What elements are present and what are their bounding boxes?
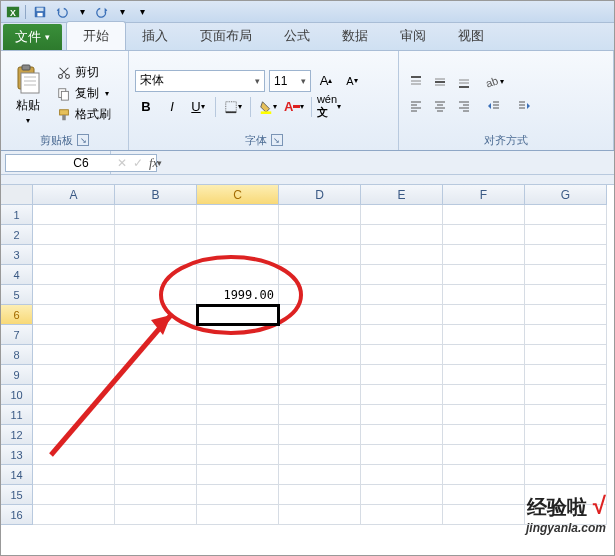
cell[interactable]: [361, 225, 443, 245]
column-header[interactable]: F: [443, 185, 525, 205]
cell[interactable]: [115, 385, 197, 405]
fill-color-button[interactable]: ▾: [257, 96, 279, 118]
cell[interactable]: [279, 405, 361, 425]
cell[interactable]: [197, 265, 279, 285]
italic-button[interactable]: I: [161, 96, 183, 118]
cell[interactable]: [197, 345, 279, 365]
cell[interactable]: [443, 345, 525, 365]
tab-file[interactable]: 文件 ▾: [3, 24, 62, 50]
cell[interactable]: [525, 285, 607, 305]
cell[interactable]: [279, 245, 361, 265]
align-top-button[interactable]: [405, 71, 427, 93]
cell[interactable]: [525, 225, 607, 245]
cell[interactable]: [279, 445, 361, 465]
cell[interactable]: [361, 305, 443, 325]
column-header[interactable]: E: [361, 185, 443, 205]
cell[interactable]: [33, 205, 115, 225]
cell[interactable]: [115, 365, 197, 385]
cell[interactable]: [197, 325, 279, 345]
tab-view[interactable]: 视图: [442, 22, 500, 50]
cell[interactable]: [443, 505, 525, 525]
increase-font-button[interactable]: A▴: [315, 70, 337, 92]
cell[interactable]: [525, 345, 607, 365]
cell[interactable]: [115, 405, 197, 425]
cell[interactable]: [33, 505, 115, 525]
cell[interactable]: [115, 445, 197, 465]
cell[interactable]: [279, 505, 361, 525]
cell[interactable]: [525, 265, 607, 285]
cell[interactable]: [33, 485, 115, 505]
cell[interactable]: [279, 385, 361, 405]
decrease-indent-button[interactable]: [483, 95, 505, 117]
cut-button[interactable]: 剪切: [53, 63, 115, 82]
cell[interactable]: [443, 205, 525, 225]
cell[interactable]: [197, 425, 279, 445]
cell[interactable]: [115, 505, 197, 525]
cell[interactable]: [279, 265, 361, 285]
row-header[interactable]: 1: [1, 205, 33, 225]
cell[interactable]: [33, 405, 115, 425]
cell[interactable]: [525, 365, 607, 385]
cell[interactable]: [525, 205, 607, 225]
cell[interactable]: [115, 305, 197, 325]
cell[interactable]: [197, 485, 279, 505]
cell[interactable]: [279, 285, 361, 305]
cell[interactable]: 1999.00: [197, 285, 279, 305]
cell[interactable]: [33, 325, 115, 345]
row-header[interactable]: 13: [1, 445, 33, 465]
cell[interactable]: [279, 225, 361, 245]
underline-button[interactable]: U▾: [187, 96, 209, 118]
cell[interactable]: [443, 285, 525, 305]
tab-page-layout[interactable]: 页面布局: [184, 22, 268, 50]
tab-home[interactable]: 开始: [66, 21, 126, 50]
cell[interactable]: [443, 245, 525, 265]
cell[interactable]: [525, 445, 607, 465]
column-header[interactable]: A: [33, 185, 115, 205]
font-color-button[interactable]: A▾: [283, 96, 305, 118]
paste-button[interactable]: 粘贴 ▾: [7, 61, 49, 127]
cell[interactable]: [115, 225, 197, 245]
spreadsheet-grid[interactable]: ABCDEFG 12345678910111213141516 1999.00: [1, 185, 614, 545]
cell[interactable]: [443, 425, 525, 445]
cell[interactable]: [197, 225, 279, 245]
row-header[interactable]: 9: [1, 365, 33, 385]
cell[interactable]: [525, 245, 607, 265]
cell[interactable]: [443, 305, 525, 325]
cell[interactable]: [197, 445, 279, 465]
align-right-button[interactable]: [453, 95, 475, 117]
row-header[interactable]: 4: [1, 265, 33, 285]
cell[interactable]: [525, 385, 607, 405]
cell[interactable]: [33, 345, 115, 365]
cell[interactable]: [33, 245, 115, 265]
cell[interactable]: [525, 405, 607, 425]
cell[interactable]: [443, 365, 525, 385]
tab-insert[interactable]: 插入: [126, 22, 184, 50]
row-header[interactable]: 6: [1, 305, 33, 325]
cell[interactable]: [443, 465, 525, 485]
row-header[interactable]: 10: [1, 385, 33, 405]
cell[interactable]: [443, 485, 525, 505]
row-header[interactable]: 15: [1, 485, 33, 505]
row-header[interactable]: 3: [1, 245, 33, 265]
cell[interactable]: [197, 465, 279, 485]
cell[interactable]: [33, 385, 115, 405]
cell[interactable]: [115, 285, 197, 305]
bold-button[interactable]: B: [135, 96, 157, 118]
cell[interactable]: [443, 445, 525, 465]
cell[interactable]: [361, 425, 443, 445]
cell[interactable]: [361, 205, 443, 225]
cell[interactable]: [279, 465, 361, 485]
cell[interactable]: [197, 385, 279, 405]
orientation-button[interactable]: ab▾: [483, 71, 505, 93]
cell[interactable]: [115, 485, 197, 505]
cell[interactable]: [279, 485, 361, 505]
cancel-icon[interactable]: ✕: [117, 156, 127, 170]
cell[interactable]: [33, 465, 115, 485]
tab-review[interactable]: 审阅: [384, 22, 442, 50]
cell[interactable]: [33, 365, 115, 385]
row-header[interactable]: 5: [1, 285, 33, 305]
clipboard-launcher[interactable]: ↘: [77, 134, 89, 146]
row-header[interactable]: 7: [1, 325, 33, 345]
cell[interactable]: [33, 445, 115, 465]
column-header[interactable]: G: [525, 185, 607, 205]
